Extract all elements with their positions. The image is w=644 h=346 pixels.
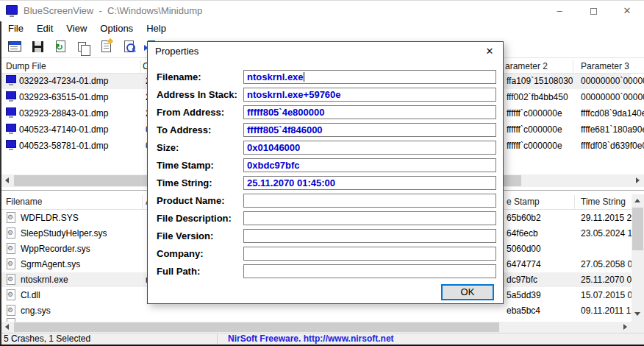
- driver-list-vertical-scrollbar[interactable]: [632, 194, 644, 322]
- field-label: File Version:: [157, 229, 213, 243]
- time-string-value: 15.07.2015 06:1: [581, 288, 632, 303]
- field-input[interactable]: [243, 211, 496, 225]
- column-divider[interactable]: [142, 195, 143, 209]
- scrollbar-corner: [632, 322, 644, 333]
- field-value: 0x01046000: [247, 142, 300, 153]
- field-input[interactable]: [243, 229, 496, 243]
- field-input[interactable]: [243, 194, 496, 208]
- scrollbar-thumb[interactable]: [14, 322, 499, 332]
- column-header-parameter3[interactable]: Parameter 3: [581, 59, 629, 74]
- parameter3-value: 00000000`000000: [581, 90, 644, 105]
- parameter2-value: ffffff`c000000e: [507, 106, 573, 121]
- dialog-field: To Address: fffff805`4f846000: [148, 123, 503, 138]
- menu-view[interactable]: View: [60, 21, 93, 35]
- driver-file-icon: [7, 274, 15, 285]
- column-divider[interactable]: [140, 60, 141, 73]
- menu-options[interactable]: Options: [93, 21, 140, 35]
- maximize-button[interactable]: [576, 1, 610, 21]
- driver-file-icon: [7, 212, 15, 223]
- field-input[interactable]: ntoskrnl.exe+59760e: [243, 88, 496, 102]
- driver-filename: ntoskrnl.exe: [21, 272, 138, 287]
- time-stamp-fragment: dc97bfc: [507, 272, 571, 287]
- refresh-button[interactable]: [51, 38, 69, 55]
- dialog-field: Filename: ntoskrnl.exe: [148, 70, 503, 85]
- dialog-title: Properties: [155, 42, 198, 60]
- field-input[interactable]: fffff805`4f846000: [243, 123, 496, 137]
- column-header-filename[interactable]: Filename: [6, 194, 42, 210]
- driver-row[interactable]: cng.sys eba5bc4 09.11.2011 12:5: [1, 303, 631, 318]
- column-header-time-stamp[interactable]: e Stamp: [507, 194, 540, 210]
- dialog-field: File Version:: [148, 229, 503, 244]
- menu-file[interactable]: File: [1, 21, 30, 35]
- driver-filename: SgrmAgent.sys: [21, 257, 138, 272]
- column-header-time-string[interactable]: Time String: [581, 194, 626, 210]
- column-header-dump-file[interactable]: Dump File: [6, 59, 46, 74]
- dialog-field: Company:: [148, 247, 503, 261]
- field-input[interactable]: fffff805`4e800000: [243, 105, 496, 119]
- copy-icon: [78, 42, 86, 52]
- time-stamp-fragment: 65b60b2: [507, 211, 571, 225]
- scroll-right-icon[interactable]: [623, 324, 627, 330]
- field-label: Product Name:: [157, 194, 224, 208]
- nirsoft-link[interactable]: NirSoft Freeware. http://www.nirsoft.net: [228, 333, 394, 345]
- field-input[interactable]: 0x01046000: [243, 141, 496, 155]
- bluescreen-monitor-icon: [6, 91, 16, 99]
- field-input[interactable]: ntoskrnl.exe: [243, 70, 496, 84]
- time-stamp-fragment: 64f6ecb: [507, 226, 571, 241]
- scroll-up-icon[interactable]: [634, 199, 640, 202]
- dialog-close-button[interactable]: ✕: [481, 42, 498, 60]
- dialog-field: Time Stamp: 0xbdc97bfc: [148, 158, 503, 173]
- field-label: To Address:: [157, 123, 211, 137]
- dialog-title-bar[interactable]: Properties ✕: [148, 42, 503, 60]
- field-label: Size:: [157, 141, 179, 155]
- bluescreen-monitor-icon: [6, 107, 16, 116]
- field-input[interactable]: [243, 247, 496, 261]
- field-value: ntoskrnl.exe: [247, 71, 304, 82]
- blue-screen-mode-button[interactable]: [6, 38, 24, 55]
- parameter3-value: 00000000`000000: [581, 74, 644, 89]
- field-value: fffff805`4f846000: [247, 124, 323, 135]
- minimize-button[interactable]: –: [543, 1, 576, 21]
- scroll-down-icon[interactable]: [634, 312, 640, 316]
- close-button[interactable]: ✕: [610, 1, 644, 21]
- column-divider[interactable]: [573, 60, 573, 73]
- driver-filename: SleepStudyHelper.sys: [21, 226, 138, 241]
- bluescreenview-window: BlueScreenView - C:\Windows\Minidump – ✕…: [0, 0, 644, 346]
- column-divider[interactable]: [574, 195, 575, 209]
- copy-button[interactable]: [74, 38, 92, 55]
- field-label: File Description:: [157, 211, 232, 225]
- scroll-right-icon[interactable]: [636, 177, 640, 183]
- dialog-field: Product Name:: [148, 194, 503, 208]
- parameter3-value: ffffe681`180a90e0: [581, 122, 644, 138]
- field-label: Filename:: [157, 70, 201, 84]
- title-bar[interactable]: BlueScreenView - C:\Windows\Minidump – ✕: [0, 1, 644, 21]
- time-string-value: 25.11.2070 01:4: [581, 272, 632, 287]
- field-value: ntoskrnl.exe+59760e: [247, 89, 341, 100]
- find-button[interactable]: [120, 38, 137, 55]
- column-header-parameter2[interactable]: arameter 2: [505, 59, 548, 74]
- bluescreen-monitor-icon: [6, 75, 16, 83]
- scroll-left-icon[interactable]: [5, 177, 9, 183]
- time-string-value: 27.05.2058 03:4: [581, 257, 632, 272]
- menu-edit[interactable]: Edit: [30, 21, 60, 35]
- scrollbar-thumb[interactable]: [632, 208, 643, 250]
- save-button[interactable]: [29, 38, 46, 55]
- ok-button[interactable]: OK: [441, 284, 494, 300]
- dump-file-name: 040523-47140-01.dmp: [19, 122, 140, 138]
- time-stamp-fragment: 5a5dd39: [507, 288, 571, 303]
- field-input[interactable]: [243, 264, 496, 278]
- menu-help[interactable]: Help: [140, 21, 173, 35]
- driver-file-icon: [7, 258, 15, 269]
- time-stamp-fragment: 6474774: [507, 257, 571, 272]
- lower-horizontal-scrollbar[interactable]: [1, 322, 632, 333]
- field-input[interactable]: 0xbdc97bfc: [243, 158, 496, 172]
- properties-button[interactable]: [97, 38, 115, 55]
- scroll-left-icon[interactable]: [5, 324, 9, 330]
- field-label: Company:: [157, 247, 204, 261]
- field-value: 0xbdc97bfc: [247, 160, 300, 171]
- driver-file-icon: [7, 305, 15, 316]
- field-input[interactable]: 25.11.2070 01:45:00: [243, 176, 496, 190]
- status-separator: [217, 334, 218, 344]
- driver-filename: WDFLDR.SYS: [21, 211, 138, 225]
- status-bar: 5 Crashes, 1 Selected NirSoft Freeware. …: [0, 333, 644, 345]
